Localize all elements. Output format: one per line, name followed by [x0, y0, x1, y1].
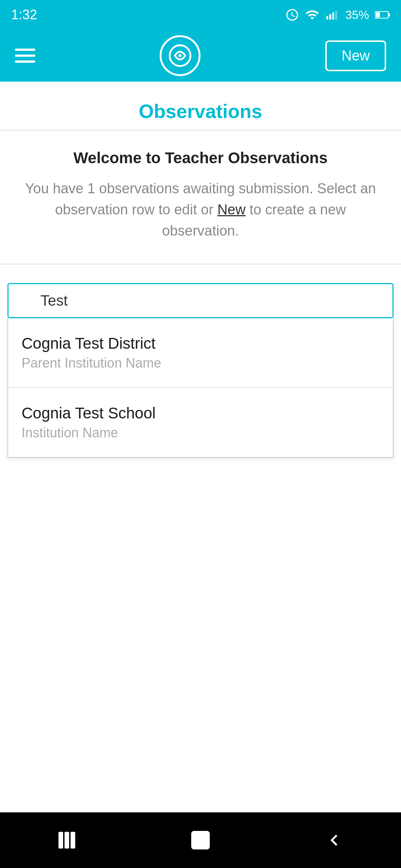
svg-rect-11 [71, 832, 75, 849]
welcome-text: You have 1 observations awaiting submiss… [15, 178, 386, 241]
list-item[interactable]: Cognia Test DistrictParent Institution N… [8, 318, 393, 388]
logo-icon [167, 43, 193, 69]
search-container [7, 283, 394, 318]
wifi-icon [305, 8, 319, 22]
svg-rect-6 [376, 12, 380, 17]
svg-rect-9 [59, 832, 63, 849]
status-time: 1:32 [11, 7, 37, 23]
status-icons: 35% [285, 8, 390, 22]
battery-percent: 35% [345, 8, 369, 22]
battery-icon [375, 10, 390, 19]
home-button[interactable] [189, 829, 212, 851]
recent-apps-button[interactable] [56, 829, 78, 851]
institution-sublabel: Parent Institution Name [22, 355, 379, 371]
svg-point-8 [179, 54, 182, 57]
welcome-title: Welcome to Teacher Observations [15, 149, 386, 167]
status-bar: 1:32 35% [0, 0, 401, 30]
search-icon [17, 293, 34, 309]
institution-name: Cognia Test District [22, 335, 379, 352]
svg-rect-2 [332, 13, 334, 20]
alarm-icon [285, 8, 299, 22]
main-content: Observations Welcome to Teacher Observat… [0, 82, 401, 458]
back-button[interactable] [323, 829, 345, 851]
dropdown-list: Cognia Test DistrictParent Institution N… [7, 318, 394, 458]
list-item[interactable]: Cognia Test SchoolInstitution Name [8, 388, 393, 457]
signal-icon [325, 8, 339, 22]
institution-name: Cognia Test School [22, 404, 379, 422]
svg-rect-10 [65, 832, 69, 849]
new-button[interactable]: New [325, 40, 386, 71]
svg-rect-5 [388, 13, 390, 16]
search-input[interactable] [40, 292, 367, 309]
svg-rect-12 [192, 832, 209, 849]
page-title: Observations [0, 82, 401, 131]
svg-rect-0 [326, 16, 328, 20]
hamburger-menu[interactable] [15, 49, 35, 63]
bottom-nav [0, 812, 401, 868]
app-logo [160, 35, 200, 76]
institution-sublabel: Institution Name [22, 425, 379, 441]
svg-rect-3 [335, 11, 337, 20]
nav-bar: New [0, 30, 401, 82]
svg-rect-1 [329, 14, 331, 19]
welcome-section: Welcome to Teacher Observations You have… [0, 131, 401, 264]
clear-icon[interactable] [367, 293, 384, 309]
new-link-inline[interactable]: New [217, 202, 245, 217]
